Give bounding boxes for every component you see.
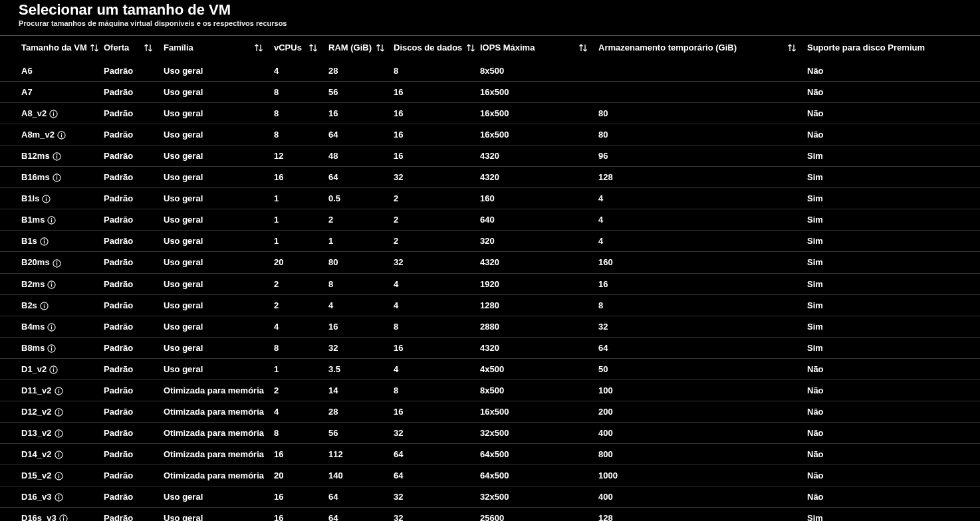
cell-vcpus: 2 — [269, 379, 323, 401]
table-row[interactable]: D12_v2PadrãoOtimizada para memória428161… — [0, 401, 980, 422]
cell-iops: 4320 — [475, 252, 593, 273]
info-icon[interactable] — [55, 408, 63, 417]
info-icon[interactable] — [53, 259, 61, 268]
sort-icon[interactable] — [466, 44, 475, 52]
sort-icon[interactable] — [144, 44, 153, 52]
cell-temp-storage — [593, 82, 802, 103]
cell-vcpus: 8 — [269, 82, 323, 103]
info-icon[interactable] — [59, 514, 68, 521]
info-icon[interactable] — [47, 216, 56, 225]
sort-icon[interactable] — [90, 44, 99, 52]
cell-temp-storage: 160 — [593, 252, 802, 273]
cell-temp-storage: 80 — [593, 124, 802, 146]
table-row[interactable]: A8m_v2PadrãoUso geral8641616x50080Não — [0, 124, 980, 146]
cell-premium-support: Sim — [802, 273, 980, 294]
table-row[interactable]: B1sPadrãoUso geral1123204Sim — [0, 231, 980, 252]
svg-rect-50 — [58, 454, 59, 457]
column-header-temp[interactable]: Armazenamento temporário (GiB) — [593, 36, 802, 60]
info-icon[interactable] — [42, 195, 51, 203]
table-row[interactable]: B20msPadrãoUso geral2080324320160Sim — [0, 252, 980, 273]
svg-point-37 — [53, 367, 55, 369]
table-row[interactable]: B2msPadrãoUso geral284192016Sim — [0, 273, 980, 294]
vm-size-label: B16ms — [21, 172, 50, 182]
svg-point-31 — [51, 325, 53, 326]
cell-temp-storage: 32 — [593, 316, 802, 337]
cell-family: Uso geral — [158, 82, 269, 103]
table-row[interactable]: B16msPadrãoUso geral1664324320128Sim — [0, 167, 980, 188]
table-row[interactable]: D16s_v3PadrãoUso geral16643225600128Sim — [0, 508, 980, 521]
cell-temp-storage: 4 — [593, 231, 802, 252]
sort-icon[interactable] — [578, 44, 588, 52]
info-icon[interactable] — [55, 387, 63, 395]
table-row[interactable]: B2sPadrãoUso geral24412808Sim — [0, 294, 980, 316]
table-row[interactable]: B4msPadrãoUso geral4168288032Sim — [0, 316, 980, 337]
sort-icon[interactable] — [787, 44, 796, 52]
info-icon[interactable] — [55, 451, 63, 459]
cell-vm-size: D16s_v3 — [0, 508, 98, 521]
cell-offer: Padrão — [98, 444, 158, 465]
cell-premium-support: Não — [802, 444, 980, 465]
cell-premium-support: Sim — [802, 294, 980, 316]
info-icon[interactable] — [49, 110, 58, 118]
cell-premium-support: Sim — [802, 508, 980, 521]
vm-size-label: B8ms — [21, 343, 45, 353]
info-icon[interactable] — [49, 365, 58, 374]
table-row[interactable]: D14_v2PadrãoOtimizada para memória161126… — [0, 444, 980, 465]
info-icon[interactable] — [55, 472, 63, 480]
column-header-ram[interactable]: RAM (GiB) — [323, 36, 388, 60]
table-header-row: Tamanho da VM Oferta Família vCPUs — [0, 36, 980, 60]
table-row[interactable]: D16_v3PadrãoUso geral16643232x500400Não — [0, 486, 980, 508]
svg-rect-59 — [63, 518, 64, 521]
info-icon[interactable] — [57, 131, 66, 140]
table-row[interactable]: A8_v2PadrãoUso geral8161616x50080Não — [0, 103, 980, 124]
info-icon[interactable] — [53, 152, 61, 161]
svg-rect-35 — [51, 348, 52, 350]
sort-icon[interactable] — [376, 44, 385, 52]
svg-rect-47 — [58, 433, 59, 435]
table-row[interactable]: D13_v2PadrãoOtimizada para memória856323… — [0, 422, 980, 443]
column-header-size[interactable]: Tamanho da VM — [0, 36, 98, 60]
info-icon[interactable] — [53, 173, 61, 182]
table-row[interactable]: B1msPadrãoUso geral1226404Sim — [0, 209, 980, 231]
table-row[interactable]: B8msPadrãoUso geral83216432064Sim — [0, 337, 980, 358]
column-header-vcpus[interactable]: vCPUs — [269, 36, 323, 60]
column-header-family[interactable]: Família — [158, 36, 269, 60]
svg-point-25 — [51, 282, 53, 283]
cell-iops: 640 — [475, 209, 593, 231]
cell-iops: 4320 — [475, 146, 593, 167]
cell-family: Otimizada para memória — [158, 465, 269, 486]
vm-size-table: Tamanho da VM Oferta Família vCPUs — [0, 36, 980, 521]
column-header-disks[interactable]: Discos de dados — [388, 36, 475, 60]
column-header-iops[interactable]: IOPS Máxima — [475, 36, 593, 60]
cell-family: Uso geral — [158, 188, 269, 209]
table-row[interactable]: D15_v2PadrãoOtimizada para memória201406… — [0, 465, 980, 486]
svg-rect-56 — [58, 497, 59, 500]
cell-vcpus: 1 — [269, 358, 323, 379]
table-row[interactable]: B1lsPadrãoUso geral10.521604Sim — [0, 188, 980, 209]
table-row[interactable]: A6PadrãoUso geral42888x500Não — [0, 60, 980, 82]
column-header-temp-label: Armazenamento temporário (GiB) — [598, 43, 737, 52]
sort-icon[interactable] — [308, 44, 318, 52]
info-icon[interactable] — [55, 429, 63, 438]
table-row[interactable]: D11_v2PadrãoOtimizada para memória21488x… — [0, 379, 980, 401]
column-header-premium[interactable]: Suporte para disco Premium — [802, 36, 980, 60]
column-header-offer[interactable]: Oferta — [98, 36, 158, 60]
cell-premium-support: Não — [802, 60, 980, 82]
cell-vcpus: 1 — [269, 188, 323, 209]
cell-disks: 4 — [388, 273, 475, 294]
cell-family: Uso geral — [158, 167, 269, 188]
table-row[interactable]: D1_v2PadrãoUso geral13.544x50050Não — [0, 358, 980, 379]
table-row[interactable]: A7PadrãoUso geral8561616x500Não — [0, 82, 980, 103]
cell-disks: 2 — [388, 209, 475, 231]
table-row[interactable]: B12msPadrãoUso geral124816432096Sim — [0, 146, 980, 167]
info-icon[interactable] — [40, 237, 49, 246]
svg-rect-5 — [61, 135, 62, 138]
info-icon[interactable] — [47, 344, 56, 353]
info-icon[interactable] — [55, 493, 63, 502]
info-icon[interactable] — [40, 302, 49, 310]
info-icon[interactable] — [47, 280, 56, 289]
sort-icon[interactable] — [254, 44, 263, 52]
column-header-iops-label: IOPS Máxima — [480, 43, 535, 52]
info-icon[interactable] — [47, 323, 56, 332]
cell-temp-storage: 4 — [593, 209, 802, 231]
